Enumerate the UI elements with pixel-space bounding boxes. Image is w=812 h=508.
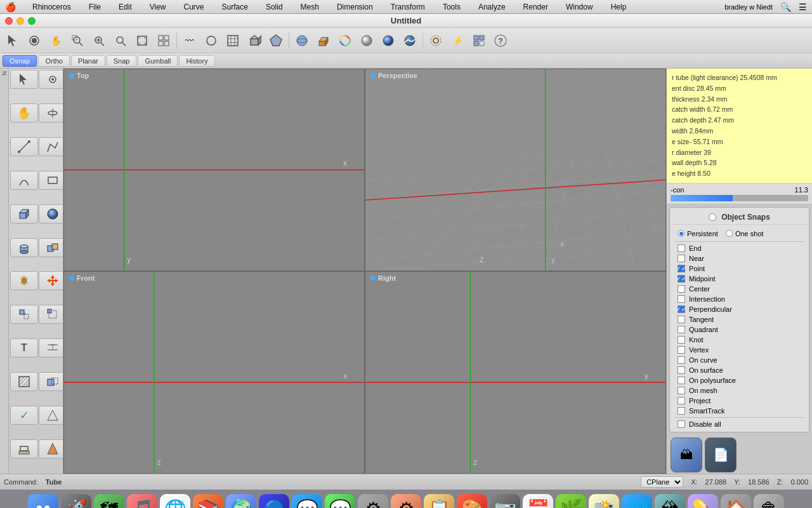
snap-point-checkbox[interactable]: ✓ bbox=[678, 265, 685, 272]
menu-edit[interactable]: Edit bbox=[115, 3, 136, 11]
close-button[interactable] bbox=[5, 17, 13, 25]
maximize-button[interactable] bbox=[28, 17, 36, 25]
menu-curve[interactable]: Curve bbox=[180, 3, 208, 11]
lightning-tool[interactable]: ⚡ bbox=[447, 30, 468, 51]
apple-menu[interactable]: 🍎 bbox=[5, 2, 16, 12]
snap-center[interactable]: Center bbox=[670, 284, 809, 294]
circle-tool[interactable] bbox=[201, 30, 221, 51]
snap-near-checkbox[interactable] bbox=[678, 255, 685, 262]
dock-app13[interactable]: 📋 bbox=[424, 494, 454, 509]
point-tool[interactable] bbox=[24, 30, 44, 51]
snap-midpoint-checkbox[interactable]: ✓ bbox=[678, 275, 685, 283]
hatch-tool[interactable] bbox=[10, 372, 38, 391]
snap-perpendicular-checkbox[interactable]: ✓ bbox=[678, 305, 685, 313]
disable-all-item[interactable]: Disable all bbox=[670, 419, 809, 429]
dot-tool[interactable] bbox=[39, 70, 63, 89]
mesh-tool[interactable] bbox=[266, 30, 286, 51]
polyline-tool[interactable] bbox=[39, 137, 63, 156]
perspective-viewport[interactable]: Z x y Perspective bbox=[365, 69, 666, 271]
dock-app12[interactable]: ⚙ bbox=[391, 494, 421, 509]
planar-button[interactable]: Planar bbox=[71, 55, 105, 67]
dock-app21[interactable]: 💊 bbox=[688, 494, 718, 509]
dock-chrome[interactable]: 🌐 bbox=[160, 494, 190, 509]
dock-app11[interactable]: ⚙ bbox=[358, 494, 388, 509]
snap-vertex-checkbox[interactable] bbox=[678, 346, 685, 354]
snap-point[interactable]: ✓ Point bbox=[670, 264, 809, 274]
snap-knot[interactable]: Knot bbox=[670, 335, 809, 345]
line-tool-2[interactable] bbox=[10, 137, 38, 156]
block-tool[interactable] bbox=[39, 372, 63, 391]
extrude-tool[interactable] bbox=[313, 30, 334, 51]
snap-intersection[interactable]: Intersection bbox=[670, 294, 809, 304]
dock-app20[interactable]: 🏔 bbox=[655, 494, 685, 509]
minimize-button[interactable] bbox=[16, 17, 24, 25]
solid-tool[interactable] bbox=[244, 30, 265, 51]
text-tool[interactable]: T bbox=[10, 338, 38, 358]
snap-end-checkbox[interactable] bbox=[678, 244, 685, 252]
sidebar-tab[interactable]: N bbox=[0, 69, 9, 474]
front-viewport[interactable]: x z Front bbox=[63, 271, 365, 474]
hand-tool[interactable]: ✋ bbox=[10, 104, 38, 123]
menu-help[interactable]: Help bbox=[607, 3, 631, 11]
menu-transform[interactable]: Transform bbox=[387, 3, 429, 11]
snap-quadrant[interactable]: Quadrant bbox=[670, 324, 809, 335]
dock-thumb-2[interactable]: 📄 bbox=[705, 438, 737, 472]
surface-tool[interactable] bbox=[223, 30, 243, 51]
display-mode-tool[interactable] bbox=[378, 30, 398, 51]
dock-photos[interactable]: 📸 bbox=[589, 494, 619, 509]
zoom-selected-tool[interactable] bbox=[110, 30, 131, 51]
dock-messages[interactable]: 💬 bbox=[325, 494, 355, 509]
snap-on-mesh-checkbox[interactable] bbox=[678, 387, 685, 394]
dock-calendar[interactable]: 📅 bbox=[523, 494, 553, 509]
menu-surface[interactable]: Surface bbox=[218, 3, 252, 11]
persistent-radio-button[interactable] bbox=[678, 230, 684, 237]
dock-maps[interactable]: 🗺 bbox=[94, 494, 124, 509]
arrow-move-tool[interactable] bbox=[39, 271, 63, 290]
snap-project-checkbox[interactable] bbox=[678, 397, 685, 404]
menu-solid[interactable]: Solid bbox=[262, 3, 287, 11]
dock-itunes[interactable]: 🎵 bbox=[127, 494, 157, 509]
zoom-window-tool[interactable] bbox=[67, 30, 88, 51]
select-tool[interactable] bbox=[3, 30, 23, 51]
snap-on-curve[interactable]: On curve bbox=[670, 355, 809, 365]
history-button[interactable]: History bbox=[179, 55, 214, 67]
snap-quadrant-checkbox[interactable] bbox=[678, 326, 685, 333]
snap-on-polysurface[interactable]: On polysurface bbox=[670, 375, 809, 385]
zoom-extent-tool[interactable] bbox=[132, 30, 152, 51]
menu-file[interactable]: File bbox=[85, 3, 105, 11]
dock-finder[interactable] bbox=[28, 494, 58, 509]
cylinder-tool[interactable] bbox=[10, 238, 38, 257]
snap-project[interactable]: Project bbox=[670, 396, 809, 406]
boolean-tool[interactable] bbox=[39, 238, 63, 257]
snap-vertex[interactable]: Vertex bbox=[670, 345, 809, 355]
arc-tool[interactable] bbox=[10, 171, 38, 190]
rotate3d-tool[interactable] bbox=[39, 104, 63, 123]
box-tool[interactable] bbox=[10, 204, 38, 224]
list-icon[interactable]: ☰ bbox=[799, 2, 807, 12]
snap-button[interactable]: Snap bbox=[107, 55, 137, 67]
snap-on-surface-checkbox[interactable] bbox=[678, 366, 685, 374]
dock-safari[interactable]: 🌐 bbox=[622, 494, 652, 509]
dock-launchpad[interactable]: 🚀 bbox=[61, 494, 91, 509]
dock-books[interactable]: 📚 bbox=[193, 494, 223, 509]
osnap-panel-close[interactable] bbox=[709, 213, 716, 221]
scale-tool[interactable] bbox=[39, 305, 63, 324]
right-viewport[interactable]: y z Right bbox=[365, 271, 666, 474]
menu-analyze[interactable]: Analyze bbox=[475, 3, 509, 11]
snap-tool[interactable] bbox=[469, 30, 489, 51]
select-arrow-tool[interactable] bbox=[10, 70, 38, 89]
snap-perpendicular[interactable]: ✓ Perpendicular bbox=[670, 304, 809, 314]
menu-mesh[interactable]: Mesh bbox=[297, 3, 323, 11]
snap-intersection-checkbox[interactable] bbox=[678, 295, 685, 303]
help-tool[interactable]: ? bbox=[490, 30, 511, 51]
snap-on-polysurface-checkbox[interactable] bbox=[678, 377, 685, 384]
cone-tool[interactable] bbox=[39, 439, 63, 458]
snap-tangent[interactable]: Tangent bbox=[670, 314, 809, 324]
gear-icon-tool[interactable] bbox=[10, 271, 38, 290]
cplane-select[interactable]: CPlane World bbox=[641, 476, 683, 488]
snap-tangent-checkbox[interactable] bbox=[678, 316, 685, 323]
snap-end[interactable]: End bbox=[670, 243, 809, 253]
color-wheel-tool[interactable] bbox=[335, 30, 355, 51]
menu-render[interactable]: Render bbox=[520, 3, 552, 11]
disable-all-checkbox[interactable] bbox=[678, 420, 685, 428]
